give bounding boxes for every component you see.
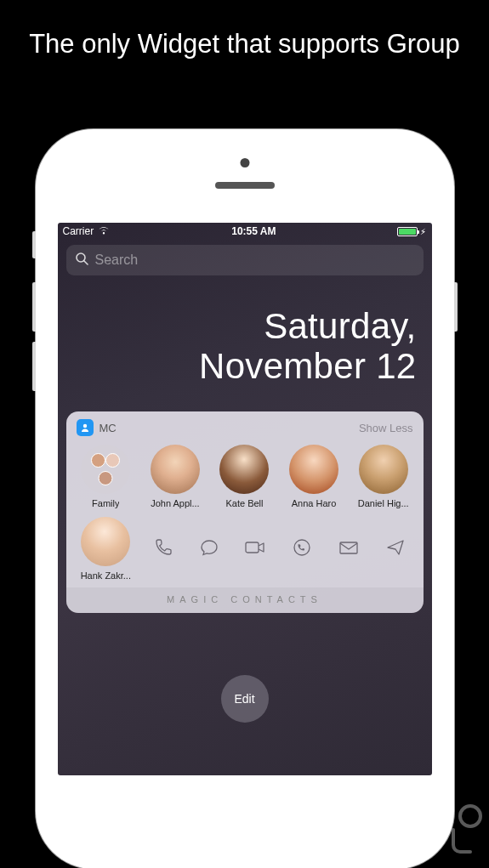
- whatsapp-icon[interactable]: [292, 537, 312, 561]
- lock-screen-date: Saturday, November 12: [58, 281, 432, 406]
- widget-header: MC Show Less: [66, 411, 424, 441]
- email-icon[interactable]: [338, 537, 360, 561]
- volume-mute-switch: [32, 231, 36, 258]
- status-bar: Carrier 10:55 AM ⚡︎: [58, 223, 432, 240]
- video-icon[interactable]: [244, 537, 266, 561]
- spotlight-search-bar[interactable]: [66, 245, 424, 275]
- battery-icon: [397, 227, 418, 236]
- search-input[interactable]: [95, 252, 415, 268]
- power-button: [454, 282, 458, 332]
- status-time: 10:55 AM: [231, 225, 276, 237]
- date-weekday: Saturday,: [66, 306, 417, 346]
- contact-name: Daniel Hig...: [358, 498, 409, 508]
- wifi-icon: [98, 225, 110, 237]
- contact-name: Family: [92, 498, 119, 508]
- svg-rect-5: [340, 542, 357, 553]
- phone-screen: Carrier 10:55 AM ⚡︎ Saturday, November 1…: [58, 223, 432, 775]
- send-icon[interactable]: [385, 537, 406, 561]
- earpiece-speaker: [215, 182, 275, 189]
- contact-name: Anna Haro: [292, 498, 337, 508]
- svg-line-1: [84, 261, 88, 264]
- date-month-day: November 12: [66, 346, 417, 386]
- contact-name: Kate Bell: [225, 498, 263, 508]
- carrier-label: Carrier: [63, 225, 94, 237]
- svg-point-6: [460, 806, 480, 826]
- avatar-icon: [151, 445, 200, 494]
- edit-widgets-button[interactable]: Edit: [221, 675, 269, 723]
- widget-app-icon: [77, 419, 94, 436]
- contact-daniel[interactable]: Daniel Hig...: [349, 445, 418, 508]
- widget-title: MC: [100, 422, 353, 434]
- avatar-icon: [81, 517, 130, 566]
- contact-john[interactable]: John Appl...: [140, 445, 210, 508]
- svg-point-4: [294, 540, 310, 555]
- contact-name: John Appl...: [151, 498, 200, 508]
- contact-hank[interactable]: Hank Zakr...: [71, 517, 141, 581]
- svg-point-2: [82, 424, 86, 428]
- avatar-icon: [289, 445, 338, 494]
- charging-icon: ⚡︎: [420, 227, 426, 236]
- contact-anna[interactable]: Anna Haro: [279, 445, 349, 508]
- avatar-icon: [359, 445, 408, 494]
- contacts-row-1: Family John Appl... Kate Bell Anna Haro …: [66, 441, 424, 510]
- promo-headline: The only Widget that supports Group: [0, 0, 489, 70]
- volume-up-button: [32, 282, 36, 332]
- show-less-button[interactable]: Show Less: [359, 422, 413, 434]
- search-icon: [75, 252, 88, 269]
- avatar-icon: [219, 445, 269, 494]
- phone-device-frame: Carrier 10:55 AM ⚡︎ Saturday, November 1…: [36, 129, 454, 868]
- message-icon[interactable]: [199, 537, 219, 561]
- contact-name: Hank Zakr...: [81, 570, 131, 581]
- action-icons-row: [140, 537, 418, 561]
- contact-family-group[interactable]: Family: [71, 445, 141, 508]
- widget-footer-label: MAGIC CONTACTS: [66, 587, 424, 613]
- watermark-logo: [446, 804, 484, 861]
- contacts-row-2: Hank Zakr...: [66, 510, 424, 587]
- group-avatar-icon: [81, 445, 130, 494]
- svg-rect-3: [246, 542, 259, 553]
- contact-kate[interactable]: Kate Bell: [210, 445, 280, 508]
- phone-icon[interactable]: [153, 537, 173, 561]
- front-camera: [240, 158, 249, 167]
- contacts-widget: MC Show Less Family John Appl... Kate Be…: [66, 411, 424, 613]
- volume-down-button: [32, 342, 36, 391]
